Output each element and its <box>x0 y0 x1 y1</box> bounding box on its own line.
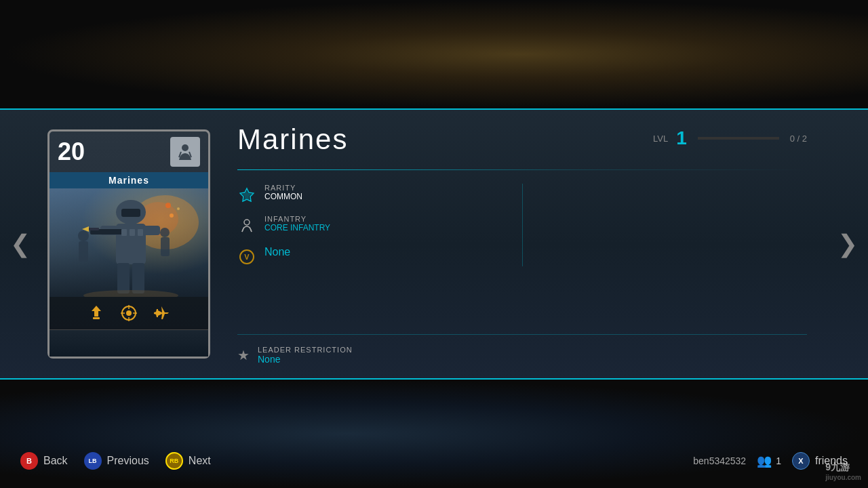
svg-rect-11 <box>132 263 144 293</box>
ability-value: None <box>264 246 290 258</box>
rarity-icon <box>237 185 256 204</box>
previous-badge: LB <box>84 452 102 470</box>
background-top <box>0 0 868 108</box>
previous-label: Previous <box>107 455 149 467</box>
stat-rarity: RARITY COMMON <box>237 184 509 204</box>
header-divider <box>237 169 807 170</box>
unit-title: Marines <box>237 123 348 156</box>
unit-card: 20 Marines <box>47 129 210 359</box>
svg-rect-6 <box>161 237 170 256</box>
svg-rect-13 <box>143 226 160 235</box>
bottom-bar: B Back LB Previous RB Next ben5342532 👥 … <box>0 434 868 488</box>
card-number: 20 <box>58 140 85 164</box>
info-panel: Marines lvl 1 0 / 2 <box>217 110 827 378</box>
restriction-text: LEADER RESTRICTION None <box>258 346 353 365</box>
svg-point-34 <box>244 220 250 225</box>
card-area: 20 Marines <box>41 110 217 378</box>
info-header: Marines lvl 1 0 / 2 <box>237 123 807 156</box>
ability-badge-icon: V <box>237 247 256 266</box>
friends-section: 👥 1 <box>757 453 781 468</box>
restriction-label: LEADER RESTRICTION <box>258 346 353 354</box>
back-button[interactable]: B Back <box>20 452 68 470</box>
restriction-value: None <box>258 354 353 365</box>
star-icon: ★ <box>237 347 250 363</box>
svg-point-20 <box>83 290 178 297</box>
svg-point-23 <box>165 203 171 208</box>
svg-point-0 <box>182 144 189 151</box>
svg-rect-15 <box>89 228 99 230</box>
svg-point-22 <box>177 207 180 210</box>
rarity-value: COMMON <box>264 192 302 201</box>
level-number: 1 <box>676 129 687 148</box>
bottom-info: ★ LEADER RESTRICTION None <box>237 334 807 365</box>
stats-right <box>536 184 808 266</box>
infantry-value: CORE INFANTRY <box>264 223 330 232</box>
next-button[interactable]: RB Next <box>165 452 211 470</box>
svg-point-27 <box>126 310 132 316</box>
ability-icon-3 <box>152 304 171 323</box>
next-badge: RB <box>165 452 183 470</box>
next-arrow[interactable]: ❯ <box>827 110 868 378</box>
svg-rect-25 <box>93 317 100 319</box>
watermark-sub: jiuyou.com <box>825 474 861 481</box>
stats-area: RARITY COMMON INFA <box>237 184 807 266</box>
ability-icon-2 <box>119 304 138 323</box>
svg-rect-4 <box>79 241 88 262</box>
stats-left: RARITY COMMON INFA <box>237 184 509 266</box>
nav-controls: B Back LB Previous RB Next <box>20 452 211 470</box>
vertical-divider <box>522 184 523 266</box>
svg-point-5 <box>160 228 170 237</box>
svg-marker-24 <box>92 306 101 317</box>
back-badge: B <box>20 452 38 470</box>
rarity-label: RARITY <box>264 184 302 192</box>
card-bottom <box>50 329 208 357</box>
svg-rect-18 <box>130 229 135 236</box>
username: ben5342532 <box>693 455 746 466</box>
user-section: ben5342532 👥 1 X friends <box>693 452 848 470</box>
level-label: lvl <box>653 134 668 144</box>
level-count: 0 / 2 <box>790 134 807 144</box>
card-name: Marines <box>108 175 149 186</box>
soldier-illustration <box>56 195 205 297</box>
level-section: lvl 1 0 / 2 <box>653 129 807 148</box>
card-image <box>50 188 208 297</box>
svg-rect-17 <box>121 229 127 236</box>
card-name-bar: Marines <box>50 172 208 188</box>
stat-infantry: INFANTRY CORE INFANTRY <box>237 215 509 235</box>
next-label: Next <box>189 455 211 467</box>
infantry-text: INFANTRY CORE INFANTRY <box>264 215 330 232</box>
x-badge: X <box>792 452 810 470</box>
card-top: 20 <box>50 131 208 172</box>
svg-rect-19 <box>138 229 143 236</box>
v-icon: V <box>239 249 254 264</box>
infantry-icon <box>237 216 256 235</box>
prev-arrow[interactable]: ❮ <box>0 110 41 378</box>
level-bar <box>698 137 779 140</box>
ability-text: None <box>264 246 290 258</box>
watermark: 9九游 jiuyou.com <box>825 462 861 481</box>
friends-icon: 👥 <box>757 453 772 468</box>
svg-point-21 <box>170 214 174 218</box>
svg-rect-8 <box>121 209 140 217</box>
infantry-label: INFANTRY <box>264 215 330 223</box>
svg-point-3 <box>78 230 89 241</box>
rarity-text: RARITY COMMON <box>264 184 302 201</box>
friends-count: 1 <box>776 455 781 466</box>
card-class-icon <box>170 137 200 167</box>
svg-rect-10 <box>117 263 130 293</box>
main-panel: ❮ 20 Marines <box>0 108 868 380</box>
stat-ability: V None <box>237 246 509 266</box>
card-icons-bar <box>50 297 208 329</box>
ability-icon-1 <box>87 304 106 323</box>
previous-button[interactable]: LB Previous <box>84 452 149 470</box>
back-label: Back <box>43 455 68 467</box>
